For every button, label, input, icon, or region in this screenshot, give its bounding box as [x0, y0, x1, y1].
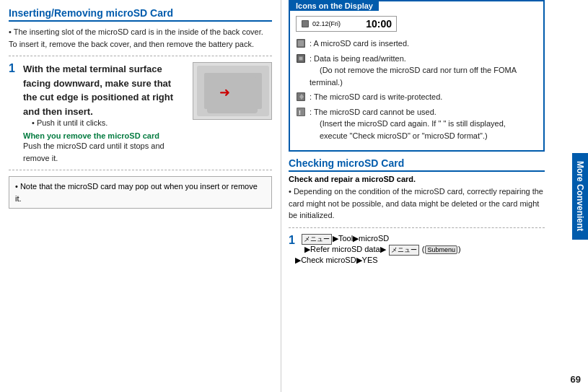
- svg-rect-4: [229, 84, 238, 98]
- icon-row-4: ! : The microSD card cannot be used. (In…: [296, 106, 537, 142]
- sd-error-icon: !: [296, 107, 307, 117]
- sd-read-icon: [296, 53, 307, 64]
- sd-read-subtext: (Do not remove the microSD card nor turn…: [310, 66, 516, 87]
- check-step1-area: 1 メニュー▶Tool▶microSD ▶Refer microSD data▶…: [289, 234, 545, 265]
- sd-error-text: : The microSD card cannot be used. (Inse…: [310, 106, 506, 142]
- icon-row-1: : A microSD card is inserted.: [296, 38, 537, 50]
- status-sd-icon: [301, 19, 311, 28]
- step-1-row: ➜ 1 With the metal terminal surface faci…: [9, 62, 272, 164]
- step1-bold-text: With the metal terminal surface facing d…: [23, 62, 187, 118]
- microsd-diagram: [193, 62, 271, 120]
- when-remove-text: Push the microSD card until it stops and…: [23, 140, 187, 164]
- sd-error-subtext2: execute "Check microSD" or "microSD form…: [320, 131, 488, 140]
- icons-display-title: Icons on the Display: [290, 1, 379, 11]
- right-column: Icons on the Display 02.12(Fri) 10:00: [281, 0, 588, 392]
- svg-rect-5: [240, 84, 249, 98]
- divider-1: [9, 56, 272, 56]
- status-date: 02.12(Fri): [312, 20, 341, 27]
- check-divider: [289, 227, 545, 228]
- submenu-button: Submenu: [425, 245, 457, 254]
- intro-text: • The inserting slot of the microSD card…: [9, 26, 272, 50]
- svg-rect-7: [302, 21, 308, 27]
- icon-row-2: : Data is being read/written. (Do not re…: [296, 53, 537, 89]
- more-convenient-tab: More Convenient: [572, 153, 588, 240]
- status-bar: 02.12(Fri) 10:00: [296, 16, 397, 32]
- intro-line1: • The inserting slot of the microSD card…: [9, 27, 263, 48]
- checking-title: Checking microSD Card: [289, 157, 545, 172]
- checking-section: Checking microSD Card Check and repair a…: [289, 157, 545, 265]
- status-time: 10:00: [366, 18, 392, 30]
- menu-icon-inline: メニュー: [302, 234, 332, 245]
- note-box: • Note that the microSD card may pop out…: [9, 176, 272, 209]
- sd-read-text: : Data is being read/written. (Do not re…: [310, 53, 537, 89]
- page-number: 69: [571, 374, 581, 385]
- menu-icon-inline-2: メニュー: [389, 245, 419, 256]
- sd-protect-icon: [296, 92, 307, 102]
- step1-number: 1: [9, 62, 15, 75]
- check-step1-number: 1: [289, 234, 295, 247]
- check-sub-heading: Check and repair a microSD card.: [289, 175, 545, 183]
- note-text: • Note that the microSD card may pop out…: [15, 182, 258, 203]
- step1-sub-bullet: • Push it until it clicks.: [32, 118, 187, 127]
- inserting-section-title: Inserting/Removing microSD Card: [9, 7, 272, 22]
- divider-2: [9, 170, 272, 170]
- check-step1-content: メニュー▶Tool▶microSD ▶Refer microSD data▶ メ…: [289, 234, 461, 264]
- check-intro: • Depending on the condition of the micr…: [289, 186, 545, 222]
- icon-row-3: : The microSD card is write-protected.: [296, 91, 537, 103]
- more-convenient-label: More Convenient: [575, 161, 585, 231]
- sd-inserted-icon: [296, 38, 307, 48]
- svg-rect-10: [298, 40, 304, 46]
- icons-display-box: Icons on the Display 02.12(Fri) 10:00: [289, 0, 545, 152]
- sd-inserted-text: : A microSD card is inserted.: [310, 38, 409, 50]
- status-bar-left: 02.12(Fri): [301, 19, 366, 28]
- when-remove-label: When you remove the microSD card: [23, 131, 187, 140]
- sd-protect-text: : The microSD card is write-protected.: [310, 91, 442, 103]
- left-column: Inserting/Removing microSD Card • The in…: [0, 0, 281, 392]
- sd-error-subtext1: (Insert the microSD card again. If " " i…: [320, 119, 506, 128]
- icons-display-content: 02.12(Fri) 10:00 : A microSD card is ins…: [290, 1, 543, 150]
- step1-content: With the metal terminal surface facing d…: [23, 62, 187, 164]
- svg-rect-2: [211, 80, 255, 102]
- arrow-icon: ➜: [219, 84, 230, 100]
- svg-text:!: !: [299, 109, 301, 116]
- step1-image: ➜: [193, 62, 272, 120]
- svg-rect-14: [299, 57, 302, 60]
- svg-rect-1: [204, 73, 262, 109]
